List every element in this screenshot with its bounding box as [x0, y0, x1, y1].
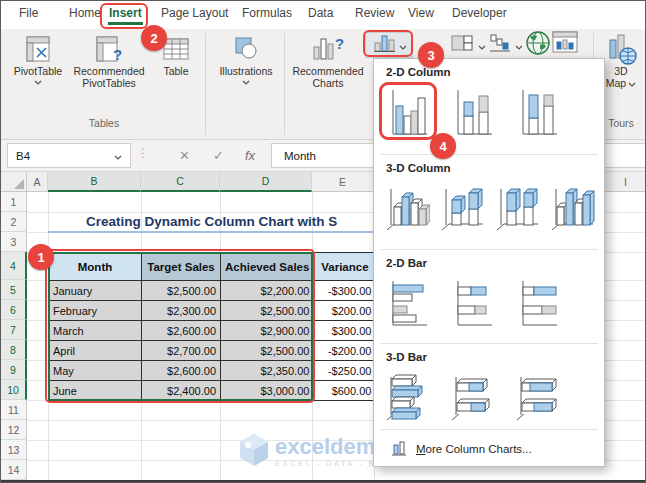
step-badge-3: 3 — [418, 42, 444, 68]
cell[interactable]: -$250.00 — [314, 361, 376, 381]
cell[interactable]: $3,000.00 — [221, 381, 314, 401]
3d-clustered-bar-option[interactable] — [384, 371, 430, 427]
stacked-bar-icon — [449, 278, 495, 334]
clustered-bar-option[interactable] — [384, 278, 430, 334]
table-header-variance[interactable]: Variance — [314, 253, 376, 281]
cell[interactable]: June — [49, 381, 142, 401]
insert-column-chart-button[interactable] — [365, 32, 413, 58]
recommended-charts-button[interactable]: ? Recommended Charts — [291, 33, 365, 89]
cancel-button[interactable]: ✕ — [179, 143, 190, 168]
3d-100-percent-stacked-bar-option[interactable] — [514, 371, 560, 427]
3d-clustered-column-option[interactable] — [384, 183, 430, 239]
recommended-pivottables-button[interactable]: ? Recommended PivotTables — [65, 33, 153, 89]
row-header-2[interactable]: 2 — [1, 212, 27, 232]
3d-map-label-2: Map — [606, 77, 626, 89]
row-header-13[interactable]: 13 — [1, 440, 27, 460]
cell[interactable]: January — [49, 281, 142, 301]
table-header-achieved-sales[interactable]: Achieved Sales — [221, 253, 314, 281]
cell[interactable]: $300.00 — [314, 321, 376, 341]
pivotchart-button[interactable] — [550, 32, 579, 58]
3d-100-percent-stacked-column-option[interactable] — [494, 183, 540, 239]
cell[interactable]: $2,500.00 — [142, 281, 221, 301]
row-header-10[interactable]: 10 — [1, 380, 27, 400]
name-box[interactable]: B4 — [7, 143, 131, 168]
name-box-dropdown-icon[interactable] — [114, 150, 122, 162]
insert-function-button[interactable]: fx — [245, 143, 255, 168]
100-percent-stacked-column-option[interactable] — [514, 87, 560, 143]
select-all-corner[interactable] — [1, 172, 27, 192]
tab-data[interactable]: Data — [308, 6, 333, 20]
row-header-5[interactable]: 5 — [1, 280, 27, 300]
row-header-12[interactable]: 12 — [1, 420, 27, 440]
more-column-charts-option[interactable]: More Column Charts... — [374, 436, 604, 462]
row-header-1[interactable]: 1 — [1, 192, 27, 212]
row-header-3[interactable]: 3 — [1, 232, 27, 252]
stacked-column-option[interactable] — [449, 87, 495, 143]
cell[interactable]: $2,900.00 — [221, 321, 314, 341]
cell[interactable]: -$300.00 — [314, 281, 376, 301]
cell[interactable]: $600.00 — [314, 381, 376, 401]
row-header-6[interactable]: 6 — [1, 300, 27, 320]
column-header-C[interactable]: C — [141, 172, 220, 192]
row-header-8[interactable]: 8 — [1, 340, 27, 360]
row-header-14[interactable]: 14 — [1, 460, 27, 480]
cell[interactable]: $200.00 — [314, 301, 376, 321]
cell[interactable]: February — [49, 301, 142, 321]
cell[interactable]: $2,600.00 — [142, 321, 221, 341]
cell[interactable]: March — [49, 321, 142, 341]
dropdown-separator — [380, 249, 598, 250]
cell[interactable]: -$200.00 — [314, 341, 376, 361]
table-label: Table — [163, 65, 188, 77]
clustered-column-option[interactable] — [384, 87, 430, 143]
cell[interactable]: $2,400.00 — [142, 381, 221, 401]
table-header-month[interactable]: Month — [49, 253, 142, 281]
step-badge-4: 4 — [430, 133, 456, 159]
3d-column-option[interactable] — [549, 183, 595, 239]
cell[interactable]: $2,350.00 — [221, 361, 314, 381]
row-header-4[interactable]: 4 — [1, 252, 27, 280]
row-header-9[interactable]: 9 — [1, 360, 27, 380]
column-header-B[interactable]: B — [48, 172, 141, 192]
tab-file[interactable]: File — [19, 6, 38, 20]
table-header-target-sales[interactable]: Target Sales — [142, 253, 221, 281]
cell[interactable]: $2,500.00 — [221, 341, 314, 361]
cell[interactable]: $2,200.00 — [221, 281, 314, 301]
pivottable-button[interactable]: PivotTable — [9, 33, 67, 87]
cell[interactable]: $2,700.00 — [142, 341, 221, 361]
cell[interactable]: $2,500.00 — [221, 301, 314, 321]
insert-map-chart-button[interactable] — [522, 32, 553, 58]
insert-hierarchy-chart-button[interactable] — [447, 32, 487, 58]
data-table[interactable]: MonthTarget SalesAchieved SalesVarianceJ… — [48, 252, 376, 401]
dropdown-section-title: 2-D Column — [386, 66, 451, 78]
tab-developer[interactable]: Developer — [452, 6, 507, 20]
3d-map-button[interactable]: 3D Map — [599, 33, 643, 89]
row-header-11[interactable]: 11 — [1, 400, 27, 420]
3d-stacked-bar-option[interactable] — [449, 371, 495, 427]
stacked-bar-option[interactable] — [449, 278, 495, 334]
tab-view[interactable]: View — [408, 6, 434, 20]
100-percent-stacked-bar-option[interactable] — [514, 278, 560, 334]
chevron-down-icon — [628, 77, 636, 89]
cell[interactable]: April — [49, 341, 142, 361]
tab-formulas[interactable]: Formulas — [242, 6, 292, 20]
tab-page-layout[interactable]: Page Layout — [161, 6, 228, 20]
column-header-E[interactable]: E — [312, 172, 374, 192]
column-header-D[interactable]: D — [220, 172, 312, 192]
illustrations-button[interactable]: Illustrations — [211, 33, 281, 87]
column-header-I[interactable]: I — [605, 172, 646, 192]
enter-button[interactable]: ✓ — [213, 143, 224, 168]
illustrations-icon — [230, 33, 262, 65]
group-separator — [284, 33, 285, 135]
column-header-A[interactable]: A — [27, 172, 48, 192]
cell[interactable]: $2,300.00 — [142, 301, 221, 321]
3d-stacked-column-option[interactable] — [439, 183, 485, 239]
cell[interactable]: May — [49, 361, 142, 381]
row-header-7[interactable]: 7 — [1, 320, 27, 340]
tab-review[interactable]: Review — [355, 6, 394, 20]
recommended-pivottables-label-1: Recommended — [73, 65, 144, 77]
watermark-brand: exceldemy — [275, 436, 388, 458]
insert-waterfall-chart-button[interactable] — [489, 32, 521, 58]
tab-insert[interactable]: Insert — [109, 6, 142, 20]
tab-home[interactable]: Home — [69, 6, 101, 20]
cell[interactable]: $2,600.00 — [142, 361, 221, 381]
